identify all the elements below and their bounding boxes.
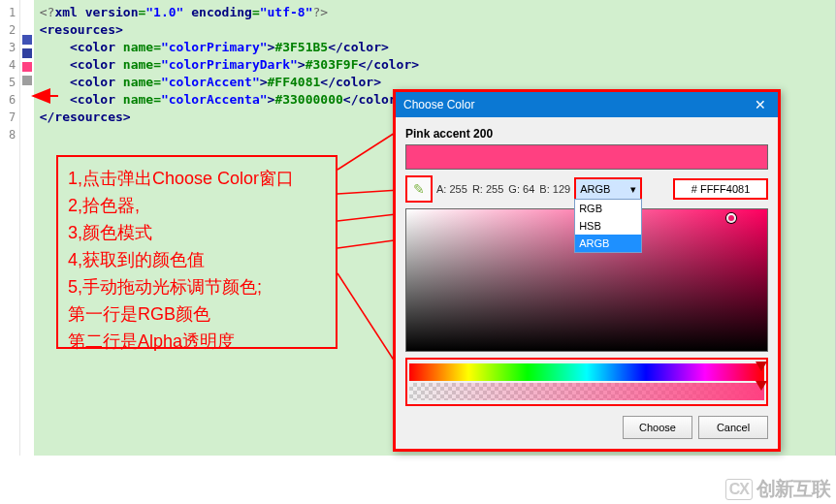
slider-group <box>405 358 768 406</box>
hue-thumb[interactable] <box>756 362 767 371</box>
line-number: 2 <box>0 21 16 39</box>
alpha-thumb[interactable] <box>756 381 767 391</box>
dialog-titlebar[interactable]: Choose Color ✕ <box>396 92 778 117</box>
gutter-swatch[interactable] <box>22 76 32 85</box>
line-number: 4 <box>0 56 16 74</box>
choose-button[interactable]: Choose <box>623 416 692 439</box>
mode-dropdown: RGB HSB ARGB <box>574 199 642 253</box>
attr-value: colorPrimary <box>169 40 260 54</box>
gutter-swatch <box>22 8 32 17</box>
choose-color-dialog: Choose Color ✕ Pink accent 200 ✎ A: 255 … <box>393 89 781 452</box>
watermark-logo: CX 创新互联 <box>725 476 830 502</box>
cancel-button[interactable]: Cancel <box>698 416 768 439</box>
sv-cursor[interactable] <box>726 213 736 223</box>
annotation-line: 3,颜色模式 <box>68 219 326 246</box>
mode-option[interactable]: ARGB <box>575 235 641 252</box>
color-value: #3F51B5 <box>274 40 328 54</box>
line-number: 8 <box>0 126 16 143</box>
color-value: #FF4081 <box>268 75 321 89</box>
gutter-swatches <box>20 0 33 456</box>
attr-value: colorAccent <box>169 75 252 89</box>
color-mode-select[interactable]: ARGB▾ RGB HSB ARGB <box>574 177 642 201</box>
eyedropper-button[interactable]: ✎ <box>405 175 433 203</box>
annotation-line: 2,拾色器, <box>68 192 326 219</box>
hex-input[interactable]: # FFFF4081 <box>673 178 768 200</box>
line-number: 1 <box>0 4 16 21</box>
line-number: 3 <box>0 39 16 56</box>
gutter-swatch <box>22 21 32 31</box>
mode-option[interactable]: RGB <box>575 200 641 217</box>
gutter-swatch[interactable] <box>22 48 32 58</box>
color-value: #33000000 <box>274 92 342 107</box>
annotation-line: 第二行是Alpha透明度 <box>68 328 326 355</box>
annotation-line: 5,手动拖动光标调节颜色; <box>68 273 326 300</box>
red-value: R: 255 <box>472 183 503 195</box>
attr-value: colorPrimaryDark <box>169 57 290 72</box>
line-number: 7 <box>0 109 16 126</box>
mode-option[interactable]: HSB <box>575 217 641 235</box>
dialog-title: Choose Color <box>403 92 474 117</box>
color-value: #303F9F <box>305 57 359 72</box>
current-color-swatch <box>405 144 768 170</box>
annotation-line: 第一行是RGB颜色 <box>68 300 326 328</box>
swatch-name-label: Pink accent 200 <box>405 127 768 141</box>
annotation-line: 4,获取到的颜色值 <box>68 246 326 273</box>
annotation-line: 1,点击弹出Choose Color窗口 <box>68 165 326 192</box>
chevron-down-icon: ▾ <box>630 179 636 199</box>
gutter-swatch[interactable] <box>22 62 32 72</box>
annotation-callout: 1,点击弹出Choose Color窗口 2,拾色器, 3,颜色模式 4,获取到… <box>56 155 338 349</box>
channel-values: A: 255 R: 255 G: 64 B: 129 <box>436 183 570 195</box>
hue-slider[interactable] <box>409 363 764 381</box>
alpha-slider[interactable] <box>409 383 764 400</box>
mode-selected: ARGB <box>580 179 610 199</box>
green-value: G: 64 <box>508 183 534 195</box>
line-number: 5 <box>0 74 16 91</box>
close-icon[interactable]: ✕ <box>751 92 770 117</box>
logo-icon: CX <box>725 479 753 500</box>
gutter-swatch[interactable] <box>22 35 32 45</box>
blue-value: B: 129 <box>539 183 570 195</box>
attr-value: colorAccenta <box>169 92 260 107</box>
alpha-value: A: 255 <box>436 183 467 195</box>
line-gutter: 1 2 3 4 5 6 7 8 <box>0 0 20 456</box>
eyedropper-icon: ✎ <box>413 181 425 197</box>
line-number: 6 <box>0 91 16 109</box>
